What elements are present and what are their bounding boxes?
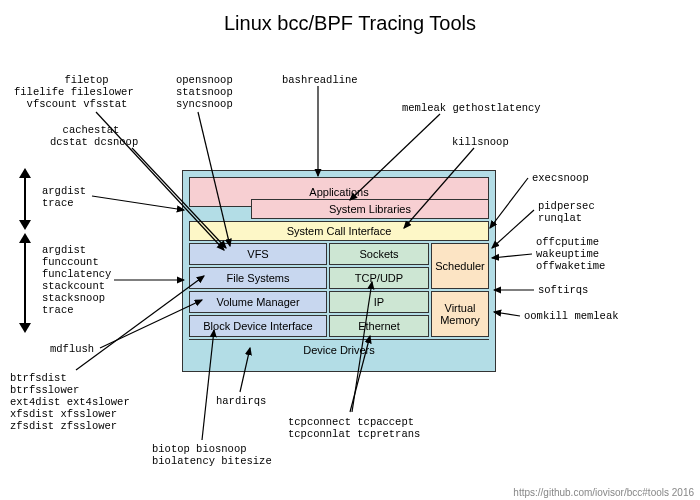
label-pidpersec: pidpersec runqlat (538, 200, 595, 224)
layer-vfs: VFS (189, 243, 327, 265)
label-softirqs: softirqs (538, 284, 588, 296)
label-argdist1: argdist trace (42, 185, 86, 209)
layer-system-libraries: System Libraries (251, 199, 489, 219)
label-execsnoop: execsnoop (532, 172, 589, 184)
layer-block-device: Block Device Interface (189, 315, 327, 337)
page-title: Linux bcc/BPF Tracing Tools (0, 12, 700, 35)
label-oomkill: oomkill memleak (524, 310, 619, 322)
label-hardirqs: hardirqs (216, 395, 266, 407)
label-mdflush: mdflush (50, 343, 94, 355)
svg-line-8 (492, 254, 532, 258)
label-bashreadline: bashreadline (282, 74, 358, 86)
label-argdist2: argdist funccount funclatency stackcount… (42, 244, 111, 316)
layer-sockets: Sockets (329, 243, 429, 265)
label-opensnoop: opensnoop statsnoop syncsnoop (176, 74, 233, 110)
label-btrfs: btrfsdist btrfsslower ext4dist ext4slowe… (10, 372, 130, 432)
label-tcp: tcpconnect tcpaccept tcpconnlat tcpretra… (288, 416, 420, 440)
layer-virtual-memory: Virtual Memory (431, 291, 489, 337)
label-cachestat: cachestat dcstat dcsnoop (50, 124, 138, 148)
label-killsnoop: killsnoop (452, 136, 509, 148)
footer-link: https://github.com/iovisor/bcc#tools 201… (513, 487, 694, 498)
layer-tcpudp: TCP/UDP (329, 267, 429, 289)
label-memleak: memleak gethostlatency (402, 102, 541, 114)
layer-ethernet: Ethernet (329, 315, 429, 337)
label-biotop: biotop biosnoop biolatency bitesize (152, 443, 272, 467)
layer-volume-manager: Volume Manager (189, 291, 327, 313)
svg-line-11 (92, 196, 184, 210)
label-filetop: filetop filelife fileslower vfscount vfs… (14, 74, 134, 110)
layer-syscall-interface: System Call Interface (189, 221, 489, 241)
svg-line-7 (492, 210, 534, 248)
layer-filesystems: File Systems (189, 267, 327, 289)
layer-scheduler: Scheduler (431, 243, 489, 289)
label-offcpu: offcputime wakeuptime offwaketime (536, 236, 605, 272)
layer-ip: IP (329, 291, 429, 313)
kernel-stack-diagram: Applications System Libraries System Cal… (182, 170, 496, 372)
svg-line-10 (494, 312, 520, 316)
layer-device-drivers: Device Drivers (189, 339, 489, 359)
